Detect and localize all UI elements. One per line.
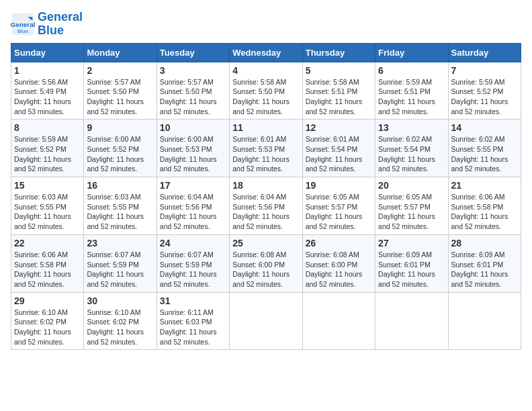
day-number: 20 xyxy=(378,180,445,191)
calendar-day-cell: 29 Sunrise: 6:10 AM Sunset: 6:02 PM Dayl… xyxy=(11,292,84,350)
calendar-week-row: 15 Sunrise: 6:03 AM Sunset: 5:55 PM Dayl… xyxy=(11,177,521,235)
day-info: Sunrise: 6:07 AM Sunset: 5:59 PM Dayligh… xyxy=(160,250,226,289)
day-number: 24 xyxy=(160,238,226,248)
calendar-day-cell: 18 Sunrise: 6:04 AM Sunset: 5:56 PM Dayl… xyxy=(230,177,302,235)
day-header: Friday xyxy=(375,43,448,62)
day-number: 9 xyxy=(87,122,153,133)
day-info: Sunrise: 6:10 AM Sunset: 6:02 PM Dayligh… xyxy=(87,308,153,347)
day-number: 30 xyxy=(87,295,153,306)
day-info: Sunrise: 6:07 AM Sunset: 5:59 PM Dayligh… xyxy=(87,250,153,289)
day-info: Sunrise: 6:08 AM Sunset: 6:00 PM Dayligh… xyxy=(232,250,299,289)
calendar-day-cell: 15 Sunrise: 6:03 AM Sunset: 5:55 PM Dayl… xyxy=(11,177,84,235)
day-info: Sunrise: 6:03 AM Sunset: 5:55 PM Dayligh… xyxy=(87,192,153,232)
day-info: Sunrise: 6:09 AM Sunset: 6:01 PM Dayligh… xyxy=(451,250,518,289)
calendar-day-cell: 6 Sunrise: 5:59 AM Sunset: 5:51 PM Dayli… xyxy=(375,62,448,120)
calendar-day-cell: 31 Sunrise: 6:11 AM Sunset: 6:03 PM Dayl… xyxy=(157,292,229,350)
day-info: Sunrise: 5:57 AM Sunset: 5:50 PM Dayligh… xyxy=(160,77,226,117)
logo: General Blue GeneralBlue xyxy=(11,11,83,38)
day-number: 22 xyxy=(14,238,81,248)
day-info: Sunrise: 6:10 AM Sunset: 6:02 PM Dayligh… xyxy=(14,308,81,347)
calendar-week-row: 22 Sunrise: 6:06 AM Sunset: 5:58 PM Dayl… xyxy=(11,234,521,292)
svg-text:Blue: Blue xyxy=(17,28,29,34)
calendar-day-cell: 7 Sunrise: 5:59 AM Sunset: 5:52 PM Dayli… xyxy=(448,62,521,120)
day-number: 5 xyxy=(306,65,372,76)
day-info: Sunrise: 6:01 AM Sunset: 5:54 PM Dayligh… xyxy=(306,134,372,174)
day-number: 17 xyxy=(160,180,226,191)
day-number: 11 xyxy=(232,122,299,133)
calendar-week-row: 29 Sunrise: 6:10 AM Sunset: 6:02 PM Dayl… xyxy=(11,292,521,350)
day-number: 8 xyxy=(14,122,81,133)
calendar-day-cell: 23 Sunrise: 6:07 AM Sunset: 5:59 PM Dayl… xyxy=(84,234,157,292)
logo-text: GeneralBlue xyxy=(38,11,83,38)
calendar-day-cell: 28 Sunrise: 6:09 AM Sunset: 6:01 PM Dayl… xyxy=(448,234,521,292)
day-info: Sunrise: 6:00 AM Sunset: 5:52 PM Dayligh… xyxy=(87,134,153,174)
day-info: Sunrise: 6:05 AM Sunset: 5:57 PM Dayligh… xyxy=(306,192,372,232)
calendar-day-cell: 27 Sunrise: 6:09 AM Sunset: 6:01 PM Dayl… xyxy=(375,234,448,292)
day-info: Sunrise: 6:08 AM Sunset: 6:00 PM Dayligh… xyxy=(306,250,372,289)
day-number: 13 xyxy=(378,122,445,133)
day-number: 23 xyxy=(87,238,153,248)
day-number: 26 xyxy=(306,238,372,248)
day-number: 28 xyxy=(451,238,518,248)
calendar-week-row: 1 Sunrise: 5:56 AM Sunset: 5:49 PM Dayli… xyxy=(11,62,521,120)
calendar-day-cell: 17 Sunrise: 6:04 AM Sunset: 5:56 PM Dayl… xyxy=(157,177,229,235)
day-info: Sunrise: 6:04 AM Sunset: 5:56 PM Dayligh… xyxy=(160,192,226,232)
day-number: 4 xyxy=(232,65,299,76)
day-number: 31 xyxy=(160,295,226,306)
calendar-day-cell: 30 Sunrise: 6:10 AM Sunset: 6:02 PM Dayl… xyxy=(84,292,157,350)
calendar-day-cell: 20 Sunrise: 6:05 AM Sunset: 5:57 PM Dayl… xyxy=(375,177,448,235)
calendar-day-cell: 2 Sunrise: 5:57 AM Sunset: 5:50 PM Dayli… xyxy=(84,62,157,120)
calendar-day-cell: 25 Sunrise: 6:08 AM Sunset: 6:00 PM Dayl… xyxy=(230,234,302,292)
calendar-day-cell xyxy=(302,292,375,350)
day-info: Sunrise: 6:09 AM Sunset: 6:01 PM Dayligh… xyxy=(378,250,445,289)
day-number: 27 xyxy=(378,238,445,248)
calendar-body: 1 Sunrise: 5:56 AM Sunset: 5:49 PM Dayli… xyxy=(11,62,521,350)
day-info: Sunrise: 6:02 AM Sunset: 5:55 PM Dayligh… xyxy=(451,134,518,174)
day-number: 12 xyxy=(306,122,372,133)
day-number: 14 xyxy=(451,122,518,133)
day-number: 16 xyxy=(87,180,153,191)
day-info: Sunrise: 6:01 AM Sunset: 5:53 PM Dayligh… xyxy=(232,134,299,174)
calendar-day-cell: 9 Sunrise: 6:00 AM Sunset: 5:52 PM Dayli… xyxy=(84,120,157,177)
calendar-day-cell: 19 Sunrise: 6:05 AM Sunset: 5:57 PM Dayl… xyxy=(302,177,375,235)
day-number: 21 xyxy=(451,180,518,191)
calendar-day-cell: 14 Sunrise: 6:02 AM Sunset: 5:55 PM Dayl… xyxy=(448,120,521,177)
day-number: 6 xyxy=(378,65,445,76)
calendar-day-cell xyxy=(448,292,521,350)
day-info: Sunrise: 5:56 AM Sunset: 5:49 PM Dayligh… xyxy=(14,77,81,117)
calendar-day-cell: 22 Sunrise: 6:06 AM Sunset: 5:58 PM Dayl… xyxy=(11,234,84,292)
day-header: Monday xyxy=(84,43,157,62)
day-info: Sunrise: 5:58 AM Sunset: 5:50 PM Dayligh… xyxy=(232,77,299,117)
svg-text:General: General xyxy=(11,20,35,28)
day-info: Sunrise: 5:57 AM Sunset: 5:50 PM Dayligh… xyxy=(87,77,153,117)
day-number: 1 xyxy=(14,65,81,76)
day-header: Thursday xyxy=(302,43,375,62)
calendar-day-cell: 16 Sunrise: 6:03 AM Sunset: 5:55 PM Dayl… xyxy=(84,177,157,235)
page-header: General Blue GeneralBlue xyxy=(11,11,521,38)
day-info: Sunrise: 6:03 AM Sunset: 5:55 PM Dayligh… xyxy=(14,192,81,232)
day-info: Sunrise: 6:00 AM Sunset: 5:53 PM Dayligh… xyxy=(160,134,226,174)
day-info: Sunrise: 5:59 AM Sunset: 5:51 PM Dayligh… xyxy=(378,77,445,117)
day-info: Sunrise: 6:04 AM Sunset: 5:56 PM Dayligh… xyxy=(232,192,299,232)
calendar-header-row: SundayMondayTuesdayWednesdayThursdayFrid… xyxy=(11,43,521,62)
day-info: Sunrise: 6:06 AM Sunset: 5:58 PM Dayligh… xyxy=(451,192,518,232)
calendar-day-cell: 4 Sunrise: 5:58 AM Sunset: 5:50 PM Dayli… xyxy=(230,62,302,120)
day-info: Sunrise: 5:59 AM Sunset: 5:52 PM Dayligh… xyxy=(14,134,81,174)
day-info: Sunrise: 5:59 AM Sunset: 5:52 PM Dayligh… xyxy=(451,77,518,117)
calendar-week-row: 8 Sunrise: 5:59 AM Sunset: 5:52 PM Dayli… xyxy=(11,120,521,177)
logo-icon: General Blue xyxy=(11,12,35,36)
day-header: Saturday xyxy=(448,43,521,62)
calendar-day-cell: 10 Sunrise: 6:00 AM Sunset: 5:53 PM Dayl… xyxy=(157,120,229,177)
day-info: Sunrise: 6:02 AM Sunset: 5:54 PM Dayligh… xyxy=(378,134,445,174)
calendar-day-cell: 13 Sunrise: 6:02 AM Sunset: 5:54 PM Dayl… xyxy=(375,120,448,177)
calendar-day-cell xyxy=(375,292,448,350)
day-header: Tuesday xyxy=(157,43,229,62)
calendar-day-cell: 1 Sunrise: 5:56 AM Sunset: 5:49 PM Dayli… xyxy=(11,62,84,120)
calendar-day-cell: 26 Sunrise: 6:08 AM Sunset: 6:00 PM Dayl… xyxy=(302,234,375,292)
calendar-day-cell: 11 Sunrise: 6:01 AM Sunset: 5:53 PM Dayl… xyxy=(230,120,302,177)
day-header: Wednesday xyxy=(230,43,302,62)
day-header: Sunday xyxy=(11,43,84,62)
calendar-day-cell xyxy=(230,292,302,350)
day-info: Sunrise: 6:11 AM Sunset: 6:03 PM Dayligh… xyxy=(160,308,226,347)
day-number: 10 xyxy=(160,122,226,133)
